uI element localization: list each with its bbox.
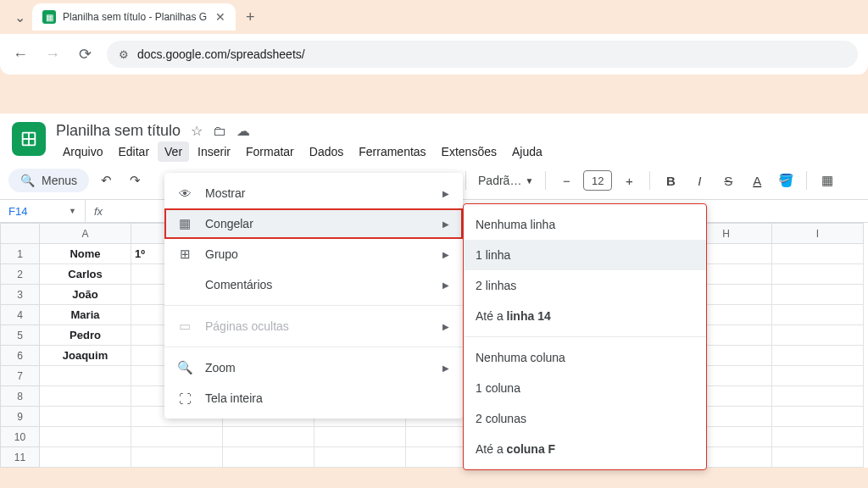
name-box[interactable]: F14 ▼	[0, 205, 85, 218]
cell[interactable]	[772, 244, 864, 264]
cell[interactable]	[772, 285, 864, 305]
col-header[interactable]: A	[40, 224, 131, 244]
cell[interactable]	[772, 264, 864, 285]
cell[interactable]	[772, 346, 864, 366]
decrease-font-icon[interactable]: −	[554, 169, 578, 192]
menu-editar[interactable]: Editar	[111, 141, 156, 162]
font-size-input[interactable]: 12	[583, 170, 612, 191]
row-header[interactable]: 10	[1, 427, 40, 447]
row-header[interactable]: 8	[1, 386, 40, 407]
cell[interactable]	[772, 305, 864, 325]
cell[interactable]	[131, 427, 223, 447]
menu-bar: Arquivo Editar Ver Inserir Formatar Dado…	[56, 141, 549, 162]
cell[interactable]	[772, 407, 864, 427]
cell[interactable]: Pedro	[40, 325, 131, 346]
freeze-up-to-row[interactable]: Até a linha 14	[464, 301, 706, 331]
tab-dropdown-icon[interactable]: ⌄	[7, 9, 32, 25]
italic-icon[interactable]: I	[687, 169, 711, 192]
cell[interactable]	[772, 366, 864, 386]
row-header[interactable]: 1	[1, 244, 40, 264]
cell[interactable]: João	[40, 285, 131, 305]
menu-label: 1 coluna	[476, 381, 520, 395]
menu-item-grupo[interactable]: ⊞ Grupo ▶	[164, 239, 463, 269]
cell[interactable]	[40, 427, 131, 447]
row-header[interactable]: 2	[1, 264, 40, 285]
row-header[interactable]: 11	[1, 447, 40, 468]
borders-icon[interactable]: ▦	[815, 169, 839, 192]
menu-label: Comentários	[205, 278, 272, 291]
cell[interactable]	[772, 386, 864, 407]
row-header[interactable]: 9	[1, 407, 40, 427]
reload-icon[interactable]: ⟳	[75, 45, 95, 64]
menus-search[interactable]: 🔍 Menus	[8, 169, 89, 192]
document-title[interactable]: Planilha sem título	[56, 122, 181, 140]
select-all-corner[interactable]	[1, 224, 40, 244]
freeze-1-col[interactable]: 1 coluna	[464, 373, 706, 403]
freeze-no-cols[interactable]: Nenhuma coluna	[464, 342, 706, 373]
menu-extensoes[interactable]: Extensões	[435, 141, 504, 162]
row-header[interactable]: 5	[1, 325, 40, 346]
increase-font-icon[interactable]: +	[617, 169, 641, 192]
star-icon[interactable]: ☆	[191, 123, 203, 139]
bold-icon[interactable]: B	[659, 169, 682, 192]
cell[interactable]	[314, 427, 406, 447]
cell[interactable]	[40, 407, 131, 427]
menu-label: Páginas ocultas	[205, 319, 289, 333]
cell[interactable]	[40, 386, 131, 407]
fill-color-icon[interactable]: 🪣	[774, 169, 798, 192]
col-header[interactable]: I	[772, 224, 864, 244]
menu-dados[interactable]: Dados	[303, 141, 350, 162]
cell[interactable]	[314, 447, 406, 468]
cell[interactable]: Carlos	[40, 264, 131, 285]
cell[interactable]	[772, 447, 864, 468]
back-icon[interactable]: ←	[10, 46, 31, 64]
url-input[interactable]: ⚙ docs.google.com/spreadsheets/	[107, 41, 858, 68]
move-icon[interactable]: 🗀	[213, 124, 226, 139]
menu-ferramentas[interactable]: Ferramentas	[352, 141, 432, 162]
menu-item-zoom[interactable]: 🔍 Zoom ▶	[164, 352, 463, 383]
menu-item-mostrar[interactable]: 👁 Mostrar ▶	[164, 178, 463, 208]
row-header[interactable]: 6	[1, 346, 40, 366]
fx-label: fx	[85, 200, 111, 222]
text-color-icon[interactable]: A	[745, 169, 769, 192]
cell[interactable]	[40, 366, 131, 386]
row-header[interactable]: 7	[1, 366, 40, 386]
undo-icon[interactable]: ↶	[94, 169, 118, 192]
cell[interactable]	[223, 447, 314, 468]
freeze-2-rows[interactable]: 2 linhas	[464, 270, 706, 301]
menu-item-tela-inteira[interactable]: ⛶ Tela inteira	[164, 383, 463, 413]
chevron-down-icon: ▼	[525, 176, 533, 186]
site-info-icon[interactable]: ⚙	[119, 48, 129, 61]
cell[interactable]	[772, 325, 864, 346]
cell[interactable]	[40, 447, 131, 468]
menu-item-comentarios[interactable]: Comentários ▶	[164, 269, 463, 300]
cloud-status-icon[interactable]: ☁	[236, 123, 250, 139]
row-header[interactable]: 4	[1, 305, 40, 325]
freeze-up-to-col[interactable]: Até a coluna F	[464, 434, 706, 464]
forward-icon[interactable]: →	[42, 46, 63, 64]
menu-item-congelar[interactable]: ▦ Congelar ▶	[164, 208, 463, 239]
cell[interactable]	[223, 427, 314, 447]
browser-tab[interactable]: ▦ Planilha sem título - Planilhas G ✕	[32, 3, 236, 30]
sheets-logo-icon[interactable]	[12, 122, 46, 156]
font-family-select[interactable]: Padrã… ▼	[475, 174, 537, 187]
redo-icon[interactable]: ↷	[123, 169, 147, 192]
menu-ver[interactable]: Ver	[158, 141, 189, 162]
new-tab-button[interactable]: +	[236, 8, 265, 26]
menu-ajuda[interactable]: Ajuda	[505, 141, 549, 162]
row-header[interactable]: 3	[1, 285, 40, 305]
cell[interactable]	[772, 427, 864, 447]
cell[interactable]: Nome	[40, 244, 131, 264]
cell[interactable]: Joaquim	[40, 346, 131, 366]
menu-arquivo[interactable]: Arquivo	[56, 141, 109, 162]
cell[interactable]: Maria	[40, 305, 131, 325]
cell[interactable]	[131, 447, 223, 468]
menu-formatar[interactable]: Formatar	[239, 141, 301, 162]
freeze-no-rows[interactable]: Nenhuma linha	[464, 209, 706, 240]
menu-label: 2 colunas	[476, 412, 526, 425]
close-icon[interactable]: ✕	[215, 10, 225, 24]
freeze-2-cols[interactable]: 2 colunas	[464, 403, 706, 434]
strikethrough-icon[interactable]: S	[716, 169, 740, 192]
freeze-1-row[interactable]: 1 linha	[464, 240, 706, 270]
menu-inserir[interactable]: Inserir	[191, 141, 237, 162]
